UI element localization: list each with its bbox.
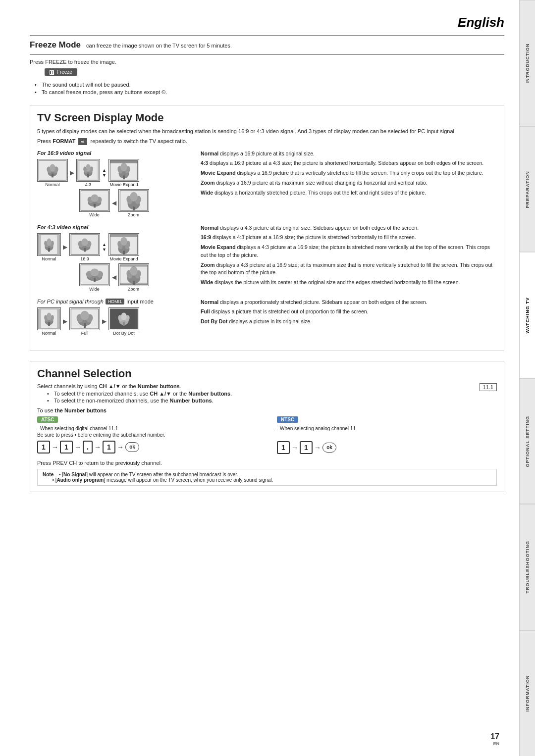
tab-introduction[interactable]: INTRODUCTION <box>520 0 535 126</box>
screen-label-zoom: Zoom <box>128 212 139 217</box>
channel-bullet-1: To select the memorized channels, use CH… <box>47 391 497 397</box>
svg-rect-8 <box>97 160 100 180</box>
arrow-left-1: ◀ <box>112 200 116 206</box>
page-num-text: 17 <box>490 732 499 741</box>
screen-movie-expand-16-9: Movie Expand <box>108 159 139 187</box>
up-down-arrows: ▲ ▼ <box>102 168 107 178</box>
freeze-divider <box>30 54 504 55</box>
screen-icon-16-9-4-3 <box>69 233 100 256</box>
atsc-sequence: 1 → 1 → . → 1 → ok <box>37 441 257 454</box>
signal-16-9-row2: Wide ◀ <box>37 189 191 217</box>
freeze-title: Freeze Mode <box>30 40 81 50</box>
svg-point-40 <box>47 238 52 246</box>
screen-label-wide: Wide <box>89 212 100 217</box>
screen-wide-16-9: Wide <box>79 189 110 217</box>
tab-troubleshooting[interactable]: TROUBLESHOOTING <box>520 504 535 630</box>
signal-16-9-left: For 16:9 video signal <box>37 150 191 217</box>
tab-information[interactable]: INFORMATION <box>520 630 535 756</box>
ntsc-seq-arrow-1: → <box>291 444 298 452</box>
desc-movie-expand-16-9: Movie Expand displays a 16:9 picture tha… <box>201 169 497 177</box>
freeze-title-row: Freeze Mode can freeze the image shown o… <box>30 40 504 50</box>
tab-preparation[interactable]: PREPARATION <box>520 126 535 252</box>
desc-normal-16-9: Normal displays a 16:9 picture at its or… <box>201 150 497 158</box>
atsc-subtitle: - When selecting digital channel 11.1 <box>37 426 257 431</box>
tv-screen-title: TV Screen Display Mode <box>37 111 497 124</box>
screen-icon-zoom <box>118 189 149 212</box>
ntsc-sequence: 1 → 1 → ok <box>277 441 497 454</box>
screen-normal-16-9: Normal <box>37 159 68 187</box>
channel-bullets: To select the memorized channels, use CH… <box>47 391 497 403</box>
signal-4-3-group: For 4:3 video signal <box>37 224 497 292</box>
freeze-subtitle: can freeze the image shown on the TV scr… <box>86 43 232 49</box>
signal-16-9-label: For 16:9 video signal <box>37 150 191 156</box>
signal-4-3-right: Normal displays a 4:3 picture at its ori… <box>201 224 497 292</box>
svg-rect-69 <box>39 309 41 329</box>
freeze-instruction: Press FREEZE to freeze the image. <box>30 59 504 65</box>
screen-icon-dotbydot-pc <box>108 307 139 330</box>
atsc-ok-btn: ok <box>125 442 139 452</box>
arrow-left-2: ◀ <box>112 274 116 281</box>
atsc-badge: ATSC <box>37 416 58 423</box>
screen-dotbydot-pc: Dot By Dot <box>108 307 139 336</box>
svg-point-52 <box>120 237 127 245</box>
ntsc-badge: NTSC <box>277 416 298 423</box>
screen-zoom-16-9: Zoom <box>118 189 149 217</box>
ntsc-seq-arrow-2: → <box>314 444 321 452</box>
svg-point-87 <box>121 312 126 320</box>
screen-label-movie-expand-4-3: Movie Expand <box>109 256 138 261</box>
freeze-bullets: The sound output will not be paused. To … <box>35 82 504 95</box>
signal-4-3-row2: Wide ◀ <box>37 263 191 292</box>
screen-label-wide-4-3: Wide <box>89 287 100 292</box>
atsc-ntsc-row: ATSC - When selecting digital channel 11… <box>37 416 497 457</box>
screen-full-pc: Full <box>69 307 100 336</box>
screen-normal-pc: Normal <box>37 307 61 336</box>
seq-arrow-4: → <box>117 443 124 451</box>
atsc-note: Be sure to press • before entering the s… <box>37 432 257 438</box>
seq-arrow-1: → <box>52 443 58 451</box>
ntsc-btn-1: 1 <box>277 441 290 454</box>
svg-rect-34 <box>39 235 41 254</box>
svg-point-65 <box>130 266 137 275</box>
ntsc-btn-2: 1 <box>300 441 313 454</box>
page-container: English Freeze Mode can freeze the image… <box>0 0 535 756</box>
svg-rect-56 <box>94 278 96 282</box>
format-instruction: Press FORMAT ⇎ Press FORMAT repeatedly t… <box>37 138 497 145</box>
svg-point-81 <box>80 310 89 320</box>
svg-point-59 <box>90 268 99 276</box>
svg-point-13 <box>86 164 91 171</box>
signal-pc-group: For PC input signal through HDMI1 Input … <box>37 299 497 338</box>
arrow-right-1: ▶ <box>70 169 74 176</box>
seq-arrow-2: → <box>74 443 81 451</box>
svg-point-26 <box>91 194 98 202</box>
desc-wide-16-9: Wide displays a horizontally stretched p… <box>201 189 497 197</box>
signal-16-9-row1: Normal ▶ <box>37 159 191 187</box>
note-items: • [No Signal] will appear on the TV scre… <box>43 472 273 483</box>
svg-point-19 <box>120 162 127 171</box>
screen-icon-normal-pc <box>37 307 61 330</box>
atsc-btn-2: 1 <box>60 441 73 454</box>
tab-watching-tv[interactable]: WATCHING TV <box>520 252 535 378</box>
desc-dotbydot-pc: Dot By Dot displays a picture in its ori… <box>201 318 497 326</box>
tab-optional-setting[interactable]: OPTIONAL SETTING <box>520 378 535 504</box>
svg-rect-53 <box>110 235 137 237</box>
channel-display-badge: 11.1 <box>480 383 497 391</box>
screen-icon-movie-expand-4-3 <box>108 233 139 256</box>
hdmi-badge: HDMI1 <box>106 299 124 304</box>
desc-full-pc: Full displays a picture that is stretche… <box>201 308 497 316</box>
screen-label-normal: Normal <box>45 182 59 187</box>
page-number: 17 EN <box>490 732 499 746</box>
freeze-bullet-2: To cancel freeze mode, press any buttons… <box>35 89 504 95</box>
atsc-btn-1: 1 <box>37 441 50 454</box>
signal-pc-left: For PC input signal through HDMI1 Input … <box>37 299 191 338</box>
screen-icon-movie-expand <box>108 159 139 182</box>
svg-rect-37 <box>48 248 50 252</box>
screen-label-normal-4-3: Normal <box>42 256 56 261</box>
signal-pc-right: Normal displays a proportionately stretc… <box>201 299 497 338</box>
svg-rect-70 <box>57 309 59 329</box>
freeze-bullet-1: The sound output will not be paused. <box>35 82 504 88</box>
input-mode-label: Input mode <box>126 299 154 304</box>
pc-input-label: For PC input signal through <box>37 299 104 304</box>
svg-rect-84 <box>123 322 125 326</box>
number-buttons-title: To use the Number buttons <box>37 407 497 413</box>
side-tabs: INTRODUCTION PREPARATION WATCHING TV OPT… <box>519 0 535 756</box>
